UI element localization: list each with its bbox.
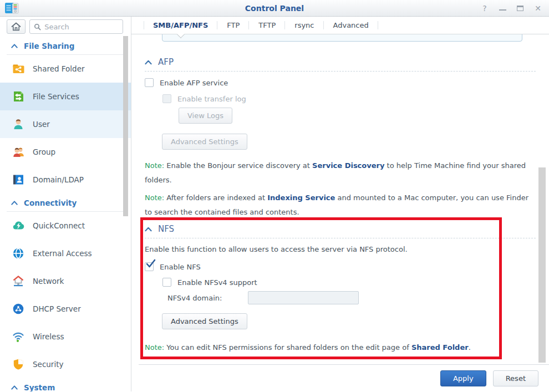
external-access-icon — [11, 246, 26, 261]
nfsv4-domain-input[interactable] — [248, 291, 359, 304]
content-scrollbar[interactable] — [538, 167, 546, 363]
home-icon — [11, 22, 22, 32]
sidebar-item-shared-folder[interactable]: Shared Folder — [0, 55, 131, 83]
network-icon — [11, 274, 26, 288]
tab-smb-afp-nfs[interactable]: SMB/AFP/NFS — [144, 17, 217, 34]
dhcp-server-icon — [11, 302, 26, 316]
search-box — [29, 19, 123, 34]
tab-advanced[interactable]: Advanced — [324, 17, 378, 34]
nfs-description: Enable this function to allow users to a… — [145, 245, 536, 253]
sidebar-item-dhcp-server[interactable]: DHCP Server — [0, 295, 131, 323]
nfsv4-domain-label: NFSv4 domain: — [167, 294, 222, 302]
search-icon — [34, 23, 41, 31]
enable-nfs-checkbox[interactable] — [145, 262, 154, 271]
chevron-up-icon — [11, 385, 18, 390]
tab-tftp[interactable]: TFTP — [249, 17, 285, 34]
sidebar-item-group[interactable]: Group — [0, 138, 131, 166]
enable-afp-label: Enable AFP service — [160, 79, 228, 87]
file-services-icon — [11, 89, 26, 104]
collapse-chevron-icon — [145, 227, 152, 232]
afp-note-indexing: Note: After folders are indexed at Index… — [145, 191, 536, 220]
afp-section-header[interactable]: AFP — [145, 57, 536, 68]
settings-pane: AFP Enable AFP service Enable transfe — [131, 34, 549, 364]
enable-afp-checkbox[interactable] — [145, 78, 154, 87]
maximize-button[interactable] — [516, 4, 525, 13]
sidebar: File Sharing Shared Folder — [0, 17, 131, 391]
enable-nfsv4-row: Enable NFSv4 support — [162, 278, 536, 287]
sidebar-item-domain-ldap[interactable]: Domain/LDAP — [0, 166, 131, 194]
collapse-chevron-icon — [145, 60, 152, 65]
enable-nfs-row: Enable NFS — [145, 262, 536, 271]
enable-transfer-log-checkbox[interactable] — [162, 94, 171, 103]
wireless-icon — [11, 329, 26, 344]
tab-ftp[interactable]: FTP — [217, 17, 249, 34]
security-icon — [11, 357, 26, 371]
enable-nfsv4-label: Enable NFSv4 support — [177, 278, 257, 287]
chevron-up-icon — [11, 44, 18, 48]
sidebar-section-connectivity[interactable]: Connectivity — [7, 194, 124, 212]
help-button[interactable]: ? — [480, 4, 489, 13]
enable-transfer-log-label: Enable transfer log — [177, 95, 246, 103]
enable-nfsv4-checkbox[interactable] — [162, 278, 171, 287]
sidebar-item-quickconnect[interactable]: QuickConnect — [0, 212, 131, 240]
nfs-section-header[interactable]: NFS — [145, 223, 536, 235]
sidebar-item-security[interactable]: Security — [0, 350, 131, 378]
close-button[interactable]: ✕ — [533, 4, 542, 13]
nfs-advanced-settings-button[interactable]: Advanced Settings — [162, 313, 247, 329]
afp-note-bonjour: Note: Enable the Bonjour service discove… — [145, 159, 536, 187]
nfsv4-domain-row: NFSv4 domain: — [167, 291, 536, 304]
shared-folder-link[interactable]: Shared Folder — [411, 343, 469, 352]
view-logs-button[interactable]: View Logs — [179, 108, 232, 124]
reset-button[interactable]: Reset — [493, 370, 538, 386]
scrolled-input-edge — [162, 34, 522, 42]
sidebar-item-external-access[interactable]: External Access — [0, 240, 131, 267]
enable-transfer-log-row: Enable transfer log — [162, 94, 536, 103]
content-area: SMB/AFP/NFS FTP TFTP rsync Advanced AFP — [131, 17, 549, 391]
group-icon — [11, 145, 26, 159]
sidebar-section-file-sharing[interactable]: File Sharing — [7, 37, 124, 55]
nfs-section: NFS Enable this function to allow users … — [145, 223, 536, 355]
chevron-up-icon — [11, 201, 18, 205]
bottom-bar: Apply Reset — [139, 364, 549, 391]
shared-folder-icon — [11, 62, 26, 76]
sidebar-scrollbar[interactable] — [123, 36, 128, 216]
sidebar-item-wireless[interactable]: Wireless — [0, 323, 131, 350]
section-divider — [145, 238, 536, 238]
nfs-note-permissions: Note: You can edit NFS permissions for s… — [145, 340, 536, 355]
quickconnect-icon — [11, 218, 26, 233]
search-input[interactable] — [44, 23, 119, 31]
indexing-service-link[interactable]: Indexing Service — [267, 194, 335, 202]
section-divider — [145, 71, 536, 72]
control-panel-window: Control Panel ? ✕ — [0, 0, 549, 392]
minimize-button[interactable] — [498, 4, 507, 13]
titlebar: Control Panel ? ✕ — [0, 0, 549, 17]
sidebar-item-user[interactable]: User — [0, 110, 131, 138]
sidebar-item-file-services[interactable]: File Services — [0, 83, 131, 110]
user-icon — [11, 117, 26, 131]
window-title: Control Panel — [0, 4, 549, 13]
sidebar-item-network[interactable]: Network — [0, 267, 131, 295]
enable-afp-row: Enable AFP service — [145, 78, 536, 87]
tab-bar: SMB/AFP/NFS FTP TFTP rsync Advanced — [131, 17, 549, 34]
service-discovery-link[interactable]: Service Discovery — [312, 161, 384, 170]
apply-button[interactable]: Apply — [440, 370, 486, 386]
domain-ldap-icon — [11, 172, 26, 187]
afp-advanced-settings-button[interactable]: Advanced Settings — [162, 134, 247, 150]
enable-nfs-label: Enable NFS — [160, 263, 201, 271]
afp-section: AFP Enable AFP service Enable transfe — [145, 57, 536, 220]
home-button[interactable] — [7, 19, 26, 34]
sidebar-section-system[interactable]: System — [7, 378, 124, 391]
tab-rsync[interactable]: rsync — [285, 17, 323, 34]
